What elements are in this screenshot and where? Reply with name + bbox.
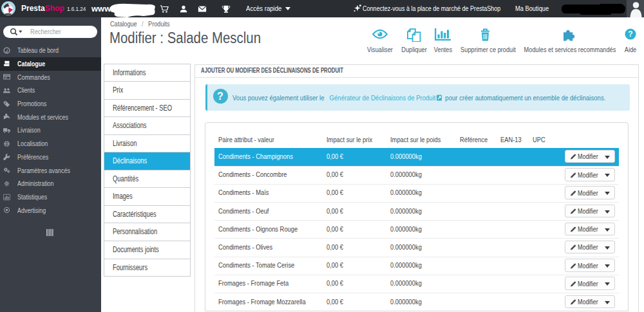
svg-text:?: ? bbox=[628, 30, 632, 39]
